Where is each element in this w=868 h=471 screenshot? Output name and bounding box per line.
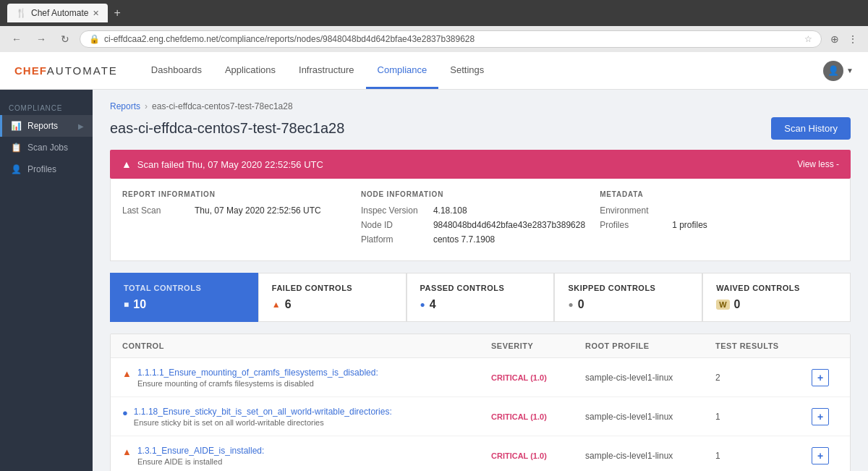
row-action-1: +	[802, 369, 838, 386]
logo: CHEF AUTOMATE	[14, 64, 118, 77]
last-scan-row: Last Scan Thu, 07 May 2020 22:52:56 UTC	[122, 205, 346, 216]
passed-controls-title: Passed Controls	[420, 284, 541, 292]
reload-button[interactable]: ↻	[56, 30, 74, 48]
passed-controls-count: ● 4	[420, 298, 541, 311]
expand-button-2[interactable]: +	[812, 408, 829, 425]
skipped-icon: ●	[568, 300, 573, 310]
platform-label: Platform	[361, 234, 426, 245]
skipped-controls-card[interactable]: Skipped Controls ● 0	[554, 273, 702, 322]
metadata-title: METADATA	[600, 190, 824, 198]
back-button[interactable]: ←	[7, 30, 26, 48]
column-header-root-profile: Root Profile	[585, 341, 715, 350]
alert-banner: ▲ Scan failed Thu, 07 May 2020 22:52:56 …	[110, 150, 851, 179]
inspec-version-value: 4.18.108	[433, 205, 467, 216]
chevron-right-icon: ▶	[78, 122, 84, 130]
waived-controls-title: Waived Controls	[716, 284, 837, 292]
control-title-1[interactable]: 1.1.1.1_Ensure_mounting_of_cramfs_filesy…	[137, 368, 378, 378]
row-action-2: +	[802, 408, 838, 425]
browser-controls: ← → ↻ 🔒 ci-effdcaa2.eng.chefdemo.net/com…	[0, 26, 868, 52]
sidebar-item-reports[interactable]: 📊 Reports ▶	[0, 115, 93, 137]
last-scan-value: Thu, 07 May 2020 22:52:56 UTC	[195, 205, 321, 216]
alert-triangle-icon: ▲	[122, 158, 132, 170]
passed-controls-card[interactable]: Passed Controls ● 4	[407, 273, 555, 322]
passed-icon: ●	[420, 300, 425, 310]
breadcrumb-current: eas-ci-effdca-centos7-test-78ec1a28	[152, 101, 293, 111]
sidebar-item-label-profiles: Profiles	[27, 164, 56, 174]
table-row: ▲ 1.3.1_Ensure_AIDE_is_installed: Ensure…	[111, 436, 850, 471]
main-area: COMPLIANCE 📊 Reports ▶ 📋 Scan Jobs 👤 Pro…	[0, 90, 868, 471]
browser-action-buttons: ⊕ ⋮	[827, 30, 861, 48]
menu-button[interactable]: ⋮	[845, 30, 861, 48]
total-controls-card[interactable]: Total Controls ■ 10	[110, 273, 258, 322]
failed-controls-card[interactable]: Failed Controls ▲ 6	[258, 273, 407, 322]
forward-button[interactable]: →	[32, 30, 51, 48]
tab-favicon: 🍴	[16, 8, 27, 18]
expand-button-3[interactable]: +	[812, 447, 829, 464]
root-profile-1: sample-cis-level1-linux	[585, 373, 715, 383]
profiles-icon: 👤	[11, 164, 22, 174]
control-title-3[interactable]: 1.3.1_Ensure_AIDE_is_installed:	[137, 446, 264, 456]
sidebar: COMPLIANCE 📊 Reports ▶ 📋 Scan Jobs 👤 Pro…	[0, 90, 93, 471]
address-bar[interactable]: 🔒 ci-effdcaa2.eng.chefdemo.net/complianc…	[80, 30, 822, 48]
node-information-section: NODE INFORMATION Inspec Version 4.18.108…	[361, 190, 600, 249]
nav-compliance[interactable]: Compliance	[366, 52, 439, 89]
last-scan-label: Last Scan	[122, 205, 187, 216]
root-profile-3: sample-cis-level1-linux	[585, 451, 715, 461]
avatar: 👤	[823, 61, 843, 81]
column-header-control: Control	[122, 341, 491, 350]
waived-controls-count: W 0	[716, 298, 837, 311]
failed-controls-count: ▲ 6	[272, 298, 393, 311]
control-summary: Total Controls ■ 10 Failed Controls ▲ 6	[110, 273, 851, 322]
test-results-2: 1	[715, 412, 802, 422]
sidebar-item-label-reports: Reports	[27, 121, 58, 131]
node-id-label: Node ID	[361, 220, 426, 230]
expand-button-1[interactable]: +	[812, 369, 829, 386]
nav-applications[interactable]: Applications	[213, 52, 287, 89]
nav-dashboards[interactable]: Dashboards	[140, 52, 213, 89]
control-desc-2: Ensure sticky bit is set on all world-wr…	[134, 418, 491, 427]
control-text-3: 1.3.1_Ensure_AIDE_is_installed: Ensure A…	[137, 445, 491, 466]
page-title: eas-ci-effdca-centos7-test-78ec1a28	[110, 120, 344, 137]
failed-controls-title: Failed Controls	[272, 284, 393, 292]
report-information-section: REPORT INFORMATION Last Scan Thu, 07 May…	[122, 190, 361, 249]
control-title-2[interactable]: 1.1.18_Ensure_sticky_bit_is_set_on_all_w…	[134, 407, 392, 417]
browser-tab[interactable]: 🍴 Chef Automate ✕	[7, 4, 108, 22]
content-inner: Reports › eas-ci-effdca-centos7-test-78e…	[93, 90, 868, 471]
sidebar-item-label-scan-jobs: Scan Jobs	[27, 143, 68, 153]
test-results-1: 2	[715, 373, 802, 383]
alert-message: Scan failed Thu, 07 May 2020 22:52:56 UT…	[137, 159, 323, 170]
sidebar-item-scan-jobs[interactable]: 📋 Scan Jobs	[0, 137, 93, 158]
passed-circle-icon: ●	[122, 407, 128, 418]
scan-history-button[interactable]: Scan History	[771, 117, 851, 140]
total-count-value: 10	[133, 298, 146, 311]
table-header: Control Severity Root Profile Test Resul…	[111, 334, 850, 358]
passed-count-value: 4	[430, 298, 436, 311]
failed-triangle-icon-2: ▲	[122, 446, 132, 457]
report-info-title: REPORT INFORMATION	[122, 190, 346, 198]
waived-controls-card[interactable]: Waived Controls W 0	[702, 273, 851, 322]
breadcrumb-separator: ›	[145, 101, 148, 111]
lock-icon: 🔒	[89, 34, 100, 44]
new-tab-button[interactable]: +	[114, 7, 120, 20]
reports-icon: 📊	[11, 121, 22, 131]
sidebar-item-profiles[interactable]: 👤 Profiles	[0, 158, 93, 180]
failed-icon: ▲	[272, 300, 281, 310]
column-header-test-results: Test Results	[715, 341, 802, 350]
control-info-2: ● 1.1.18_Ensure_sticky_bit_is_set_on_all…	[122, 406, 491, 427]
view-less-link[interactable]: View less -	[797, 159, 839, 169]
control-text-2: 1.1.18_Ensure_sticky_bit_is_set_on_all_w…	[134, 406, 491, 427]
platform-value: centos 7.7.1908	[433, 234, 495, 245]
extensions-button[interactable]: ⊕	[827, 30, 842, 48]
nav-infrastructure[interactable]: Infrastructure	[287, 52, 366, 89]
environment-row: Environment	[600, 205, 824, 216]
user-menu[interactable]: 👤 ▼	[823, 61, 854, 81]
total-controls-count: ■ 10	[124, 298, 244, 311]
breadcrumb-reports-link[interactable]: Reports	[110, 101, 140, 111]
page-header: eas-ci-effdca-centos7-test-78ec1a28 Scan…	[110, 117, 851, 140]
nav-settings[interactable]: Settings	[438, 52, 495, 89]
column-header-severity: Severity	[491, 341, 585, 350]
controls-table: Control Severity Root Profile Test Resul…	[110, 334, 851, 471]
severity-3: CRITICAL (1.0)	[491, 451, 585, 460]
tab-close-button[interactable]: ✕	[93, 9, 99, 18]
inspec-version-label: Inspec Version	[361, 205, 426, 216]
